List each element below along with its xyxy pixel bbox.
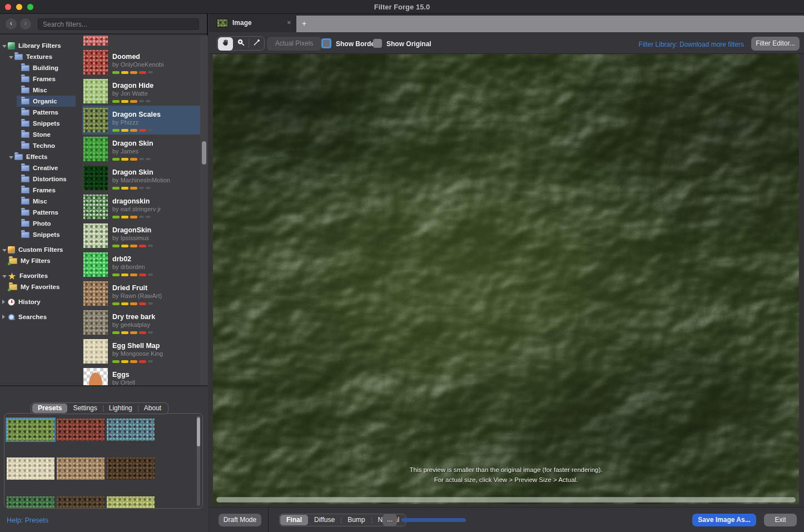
- sidebar-item-photo[interactable]: Photo: [0, 218, 81, 229]
- preset-thumbnail[interactable]: [107, 496, 155, 509]
- tree-label: History: [18, 299, 41, 305]
- sidebar-item-my-favorites[interactable]: My Favorites: [0, 281, 81, 292]
- draft-mode-button[interactable]: Draft Mode: [219, 514, 261, 526]
- expander-icon[interactable]: [2, 272, 8, 279]
- expander-icon[interactable]: [2, 246, 8, 253]
- tab-image-label[interactable]: Image: [232, 19, 252, 27]
- expander-icon[interactable]: [9, 153, 14, 160]
- render-progress-bar: [401, 518, 466, 522]
- expander-icon[interactable]: [2, 299, 8, 305]
- folder-icon: [21, 76, 29, 82]
- sidebar-item-stone[interactable]: Stone: [0, 129, 81, 140]
- list-item[interactable]: Doomed by OnlyOneKenobi: [82, 48, 208, 77]
- sidebar-item-frames-effects[interactable]: Frames: [0, 185, 81, 196]
- expander-icon[interactable]: [9, 53, 14, 60]
- sidebar-item-distortions[interactable]: Distortions: [0, 173, 81, 185]
- tab-thumbnail: [217, 19, 228, 27]
- sidebar-item-library-filters[interactable]: Library Filters: [0, 40, 81, 51]
- folder-icon: [21, 87, 29, 93]
- list-item[interactable]: [82, 36, 208, 48]
- list-item[interactable]: Dragon Hide by Jon Watte: [82, 77, 208, 106]
- tab-about[interactable]: About: [138, 404, 167, 413]
- sidebar-item-searches[interactable]: Searches: [0, 311, 81, 322]
- list-item[interactable]: Dried Fruit by Rawn (RawArt): [82, 279, 208, 308]
- more-channels-button[interactable]: ...: [383, 514, 397, 526]
- channel-diffuse[interactable]: Diffuse: [308, 515, 341, 525]
- preset-thumbnail[interactable]: [7, 458, 54, 480]
- sidebar-item-history[interactable]: History: [0, 296, 81, 307]
- expander-icon[interactable]: [2, 42, 8, 49]
- tab-presets[interactable]: Presets: [32, 404, 67, 413]
- preset-thumbnail[interactable]: [57, 419, 105, 441]
- egg-shape: [89, 372, 102, 385]
- filter-editor-button[interactable]: Filter Editor...: [751, 37, 800, 51]
- image-preview[interactable]: This preview is smaller than the origina…: [213, 54, 799, 504]
- zoom-tool-button[interactable]: [234, 37, 249, 50]
- list-item[interactable]: Dragon Skin by James: [82, 135, 208, 163]
- preset-thumbnail-selected[interactable]: [7, 419, 54, 441]
- window-title: Filter Forge 15.0: [0, 3, 804, 11]
- sidebar-item-organic[interactable]: Organic: [0, 96, 81, 107]
- save-image-as-button[interactable]: Save Image As...: [692, 514, 756, 526]
- search-input[interactable]: [38, 18, 199, 30]
- sidebar-item-snippets-effects[interactable]: Snippets: [0, 229, 81, 240]
- sidebar-item-custom-filters[interactable]: Custom Filters: [0, 244, 81, 255]
- hand-tool-button[interactable]: [218, 37, 233, 51]
- list-item[interactable]: Dragon Skin by MachinesInMotion: [82, 163, 208, 192]
- list-item[interactable]: Egg Shell Map by Mongoose King: [82, 337, 208, 366]
- list-item[interactable]: Eggs by Ortell: [82, 366, 208, 385]
- forward-button[interactable]: ›: [20, 18, 31, 29]
- preview-horizontal-scrollbar[interactable]: [216, 497, 796, 503]
- list-item[interactable]: dragonskin by earl stringerv jr: [82, 192, 208, 221]
- presets-scrollbar-thumb[interactable]: [197, 417, 200, 446]
- filter-library-link[interactable]: Filter Library: Download more filters: [639, 41, 744, 48]
- new-tab-button[interactable]: +: [302, 19, 306, 28]
- sidebar-item-snippets[interactable]: Snippets: [0, 118, 81, 129]
- actual-pixels-button[interactable]: Actual Pixels: [267, 37, 321, 51]
- sidebar-item-textures[interactable]: Textures: [0, 51, 81, 62]
- tab-strip-background: +: [296, 16, 804, 32]
- preset-thumbnail[interactable]: [57, 458, 105, 480]
- sidebar-item-misc-effects[interactable]: Misc: [0, 196, 81, 207]
- list-scrollbar-track[interactable]: [200, 36, 208, 385]
- channel-bump[interactable]: Bump: [341, 515, 371, 525]
- preview-toolbar: Actual Pixels Show Border Show Original …: [209, 32, 804, 54]
- sidebar-item-building[interactable]: Building: [0, 62, 81, 73]
- sidebar-item-misc[interactable]: Misc: [0, 84, 81, 96]
- eyedropper-icon: [252, 38, 261, 49]
- tree-label: Misc: [33, 198, 47, 205]
- show-original-checkbox[interactable]: [373, 39, 382, 48]
- show-border-checkbox[interactable]: [321, 38, 331, 48]
- tab-lighting[interactable]: Lighting: [103, 404, 138, 413]
- sidebar-item-frames[interactable]: Frames: [0, 73, 81, 84]
- preset-thumbnail[interactable]: [107, 458, 155, 480]
- list-item[interactable]: drb02 by drborden: [82, 250, 208, 279]
- list-item[interactable]: DragonSkin by Ipsissimus: [82, 221, 208, 250]
- sidebar-item-creative[interactable]: Creative: [0, 162, 81, 173]
- eyedropper-tool-button[interactable]: [249, 37, 264, 50]
- filter-thumbnail: [83, 137, 108, 161]
- filter-author: by Rawn (RawArt): [112, 292, 208, 300]
- sidebar-item-patterns-effects[interactable]: Patterns: [0, 207, 81, 218]
- back-button[interactable]: ‹: [6, 18, 17, 29]
- filter-thumbnail: [83, 166, 108, 190]
- preset-thumbnail[interactable]: [7, 496, 54, 509]
- sidebar-item-my-filters[interactable]: My Filters: [0, 255, 81, 266]
- sidebar-item-patterns[interactable]: Patterns: [0, 107, 81, 118]
- tab-settings[interactable]: Settings: [67, 404, 102, 413]
- preset-thumbnail[interactable]: [107, 419, 155, 441]
- list-item-selected[interactable]: Dragon Scales by Phizzz: [82, 106, 208, 135]
- expander-icon[interactable]: [2, 314, 8, 320]
- channel-final[interactable]: Final: [280, 515, 308, 525]
- help-presets-link[interactable]: Help: Presets: [7, 516, 48, 524]
- filter-title: Dragon Scales: [112, 111, 208, 118]
- sidebar-item-techno[interactable]: Techno: [0, 140, 81, 151]
- preset-thumbnail[interactable]: [57, 496, 105, 509]
- filter-thumbnail: [83, 223, 108, 248]
- sidebar-item-favorites[interactable]: ★Favorites: [0, 270, 81, 281]
- list-scrollbar-thumb[interactable]: [202, 141, 206, 165]
- sidebar-item-effects[interactable]: Effects: [0, 151, 81, 162]
- list-item[interactable]: Dry tree bark by geekatplay: [82, 308, 208, 337]
- exit-button[interactable]: Exit: [764, 514, 797, 526]
- close-tab-icon[interactable]: ×: [287, 18, 291, 27]
